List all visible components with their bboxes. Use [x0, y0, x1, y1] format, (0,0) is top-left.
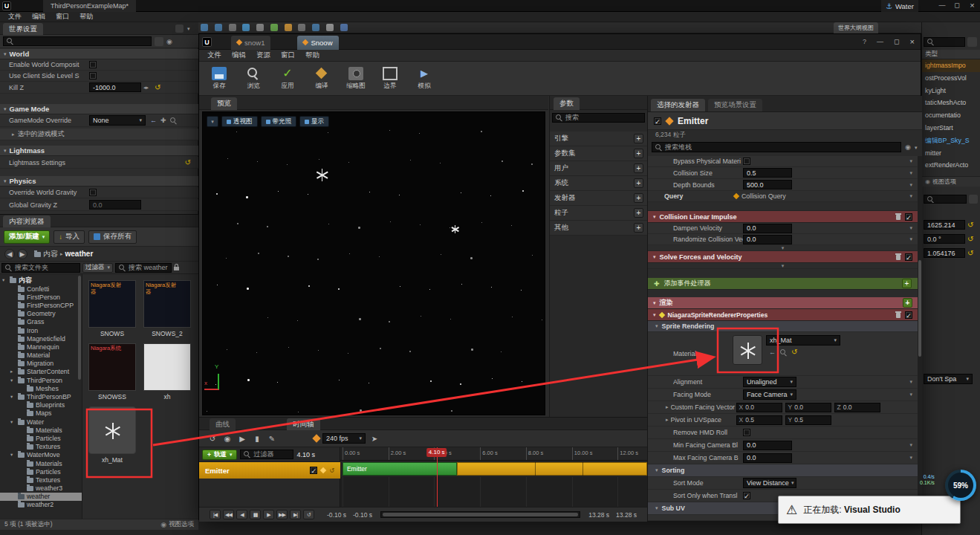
chevron-down-icon[interactable]: ▾ — [653, 254, 656, 260]
add-icon[interactable]: ✚ — [160, 117, 166, 124]
facing-mode-select[interactable]: Face Camera▾ — [743, 389, 796, 400]
custom-facing-z-input[interactable]: Z0.0 — [834, 403, 880, 412]
chevron-down-icon[interactable]: ▾ — [653, 300, 656, 306]
tree-item[interactable]: Materials — [0, 459, 82, 467]
chevron-down-icon[interactable]: ▾ — [909, 193, 912, 199]
add-parameter-button[interactable]: + — [634, 178, 643, 188]
search-assets-input[interactable]: 搜索 weather — [115, 263, 172, 273]
viewport-mode-button[interactable]: 显示 — [299, 116, 329, 127]
min-facing-input[interactable]: 0.0 — [743, 441, 792, 450]
chevron-down-icon[interactable]: ▾ — [4, 178, 7, 184]
delete-icon[interactable] — [895, 311, 901, 318]
menu-item[interactable]: 窗口 — [51, 12, 74, 22]
menu-item[interactable]: 编辑 — [227, 51, 251, 60]
tree-item[interactable]: Textures — [0, 443, 82, 451]
tree-item[interactable]: Maps — [0, 409, 82, 418]
niagara-bookmark-icon[interactable] — [312, 434, 320, 442]
outliner-item[interactable]: kyLight — [922, 85, 980, 97]
viewport-mode-button[interactable]: 透视图 — [221, 116, 258, 127]
reset-icon[interactable]: ↺ — [967, 250, 973, 257]
tree-item[interactable]: Material — [0, 351, 82, 360]
tab-curves[interactable]: 曲线 — [210, 418, 236, 430]
use-client-side-checkbox[interactable] — [89, 72, 97, 80]
pivot-x-input[interactable]: X0.5 — [736, 415, 782, 425]
tree-item[interactable]: Particles — [0, 434, 82, 442]
add-parameter-button[interactable]: + — [634, 223, 643, 233]
toolbar-icon[interactable] — [270, 24, 278, 31]
category-query[interactable]: Query — [664, 192, 734, 200]
sort-mode-select[interactable]: View Distance▾ — [743, 478, 796, 488]
tab-preview[interactable]: 预览 — [211, 97, 237, 110]
tree-item[interactable]: Textures — [0, 476, 82, 484]
chevron-right-icon[interactable]: ▸ — [666, 404, 669, 410]
emitter-spawn-bar[interactable]: Emitter — [343, 462, 457, 476]
add-parameter-button[interactable]: + — [634, 163, 643, 173]
max-facing-input[interactable]: 0.0 — [743, 453, 792, 463]
timeline-ruler[interactable]: 0.00 s 2.00 s 4.00 s 6.00 s 8.00 s 10.00… — [340, 447, 647, 461]
close-button[interactable]: × — [910, 37, 915, 46]
chevron-right-icon[interactable]: ▸ — [12, 132, 15, 137]
chevron-down-icon[interactable]: ▾ — [909, 455, 912, 461]
delete-icon[interactable] — [895, 253, 901, 260]
back-button[interactable]: ◀ — [4, 249, 15, 259]
tree-item[interactable]: ▾ Water — [0, 418, 82, 426]
category-sprite-rendering[interactable]: ▾Sprite Rendering — [648, 321, 918, 332]
toolbar-button[interactable]: 编译 — [305, 67, 339, 91]
toolbar-button[interactable]: 浏览 — [236, 67, 270, 91]
chevron-down-icon[interactable]: ▾ — [653, 312, 656, 318]
details-search-input[interactable] — [924, 195, 967, 204]
reset-icon[interactable]: ↺ — [967, 236, 973, 243]
chevron-down-icon[interactable]: ▾ — [909, 392, 912, 398]
eye-icon[interactable]: ◉ — [221, 433, 233, 444]
chevron-down-icon[interactable]: ▾ — [909, 225, 912, 231]
chevron-down-icon[interactable]: ▾ — [915, 145, 918, 151]
custom-facing-y-input[interactable]: Y0.0 — [785, 403, 831, 412]
outliner-search-input[interactable] — [924, 37, 965, 47]
chevron-down-icon[interactable]: ▾ — [4, 51, 7, 57]
override-gravity-checkbox[interactable] — [89, 189, 97, 196]
enable-world-composition-checkbox[interactable] — [89, 61, 97, 68]
toolbar-icon[interactable] — [312, 24, 319, 31]
parameter-group-row[interactable]: 系统 + — [550, 176, 648, 191]
refresh-icon[interactable]: ↺ — [207, 433, 218, 444]
toolbar-icon[interactable] — [256, 24, 264, 31]
chevron-down-icon[interactable]: ▾ — [909, 170, 912, 176]
settings-search-input[interactable] — [3, 36, 152, 46]
dampen-velocity-input[interactable]: 0.0 — [743, 224, 792, 233]
tree-item[interactable]: Blueprints — [0, 401, 82, 409]
tree-item[interactable]: Particles — [0, 467, 82, 476]
add-renderer-button[interactable]: + — [903, 298, 912, 308]
emitter-track-row[interactable]: Emitter ↺ — [199, 462, 340, 479]
timeline-track-area[interactable]: 0.00 s 2.00 s 4.00 s 6.00 s 8.00 s 10.00… — [340, 447, 647, 507]
expand-arrow[interactable]: ▾ — [10, 377, 16, 383]
module-enabled-checkbox[interactable] — [905, 311, 912, 319]
module-solve-forces[interactable]: ▾Solve Forces and Velocity — [648, 251, 918, 263]
menu-item[interactable]: 资源 — [251, 51, 276, 60]
chevron-down-icon[interactable]: ▾ — [653, 214, 656, 220]
toolbar-button[interactable]: 应用 — [270, 67, 305, 91]
menu-item[interactable]: 编辑 — [27, 12, 51, 22]
eye-icon[interactable]: ◉ — [905, 143, 911, 151]
type-column-header[interactable]: 类型 — [925, 50, 938, 59]
gamemode-override-select[interactable]: None▾ — [89, 115, 146, 126]
parameters-search-input[interactable]: 搜索 — [552, 113, 645, 123]
tree-item[interactable]: Iron — [0, 326, 82, 334]
detail-value-input[interactable]: 0.0 ° — [924, 234, 965, 244]
custom-facing-x-input[interactable]: X0.0 — [736, 403, 782, 412]
chevron-down-icon[interactable]: ▾ — [4, 148, 7, 154]
filter-button[interactable]: 过滤器▾ — [82, 263, 113, 273]
toolbar-icon[interactable] — [298, 24, 305, 31]
pivot-y-input[interactable]: Y0.5 — [785, 415, 831, 425]
tree-item[interactable]: Mannequin — [0, 343, 82, 351]
maximize-button[interactable]: ◻ — [950, 0, 964, 12]
add-parameter-button[interactable]: + — [634, 149, 643, 158]
detail-value-input[interactable]: 1.054176 — [924, 248, 965, 258]
reset-icon[interactable]: ↺ — [791, 348, 797, 356]
outliner-item[interactable]: ocumentatio — [922, 109, 980, 122]
transport-button[interactable]: ◀◀ — [223, 510, 234, 519]
toolbar-button[interactable]: 边界 — [373, 67, 407, 91]
toolbar-icon[interactable] — [340, 24, 348, 31]
tree-item[interactable]: Meshes — [0, 384, 82, 392]
expand-arrow[interactable]: ▸ — [10, 369, 16, 374]
tree-item[interactable]: FirstPerson — [0, 293, 82, 301]
